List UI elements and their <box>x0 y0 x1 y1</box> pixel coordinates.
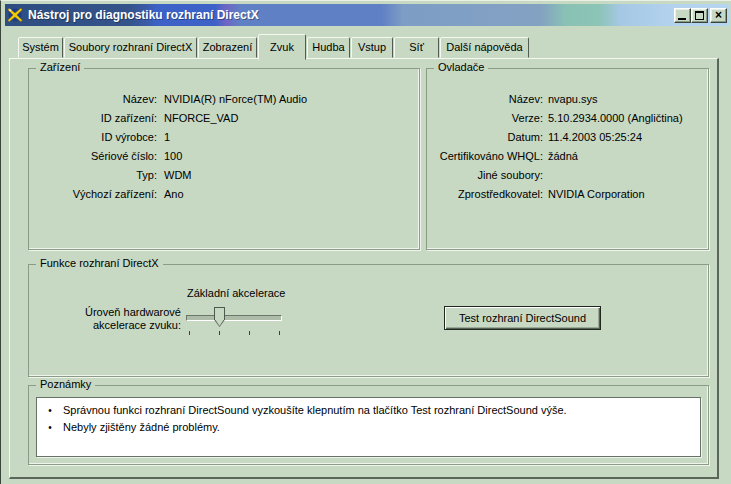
driver-row-provider: Zprostředkovatel: NVIDIA Corporation <box>427 184 708 203</box>
maximize-icon <box>695 11 704 20</box>
sound-tab-page: Zařízení Název: NVIDIA(R) nForce(TM) Aud… <box>9 58 719 479</box>
driver-row-other-files: Jiné soubory: <box>427 165 708 184</box>
field-value: žádná <box>548 150 708 162</box>
tab-more-help[interactable]: Další nápověda <box>440 37 529 58</box>
notes-groupbox: Poznámky • Správnou funkci rozhraní Dire… <box>28 385 709 465</box>
tab-system[interactable]: Systém <box>18 37 63 58</box>
bullet-icon: • <box>37 419 63 436</box>
features-groupbox: Funkce rozhraní DirectX Úroveň hardwarov… <box>28 264 709 377</box>
tab-input[interactable]: Vstup <box>351 37 393 58</box>
field-label: ID zařízení: <box>37 112 157 124</box>
field-value: 100 <box>164 150 419 162</box>
minimize-button[interactable] <box>674 8 691 23</box>
slider-value-caption: Základní akcelerace <box>187 287 285 299</box>
tab-bar: Systém Soubory rozhraní DirectX Zobrazen… <box>18 34 530 58</box>
field-label: Verze: <box>433 112 543 124</box>
note-text: Správnou funkci rozhraní DirectSound vyz… <box>63 402 567 419</box>
field-value: WDM <box>164 169 419 181</box>
field-value: 1 <box>164 131 419 143</box>
hw-acceleration-label: Úroveň hardwarové akcelerace zvuku: <box>45 306 181 332</box>
device-row-vendor-id: ID výrobce: 1 <box>29 127 419 146</box>
field-label: Zprostředkovatel: <box>433 188 543 200</box>
drivers-groupbox-title: Ovladače <box>434 61 488 73</box>
device-row-type: Typ: WDM <box>29 165 419 184</box>
close-button[interactable]: × <box>710 8 727 23</box>
acceleration-slider-track[interactable] <box>186 315 282 321</box>
acceleration-slider-thumb[interactable] <box>214 307 225 327</box>
slider-tick <box>219 331 220 335</box>
device-row-name: Název: NVIDIA(R) nForce(TM) Audio <box>29 89 419 108</box>
tab-music[interactable]: Hudba <box>307 37 350 58</box>
device-fields: Název: NVIDIA(R) nForce(TM) Audio ID zař… <box>29 89 419 203</box>
device-row-device-id: ID zařízení: NFORCE_VAD <box>29 108 419 127</box>
dxdiag-window: Nástroj pro diagnostiku rozhraní DirectX… <box>0 0 731 484</box>
field-value: 11.4.2003 05:25:24 <box>548 131 708 143</box>
driver-row-name: Název: nvapu.sys <box>427 89 708 108</box>
window-controls: × <box>674 8 727 23</box>
tab-network[interactable]: Síť <box>394 37 439 58</box>
tab-sound[interactable]: Zvuk <box>258 34 306 60</box>
bullet-icon: • <box>37 402 63 419</box>
device-row-default: Výchozí zařízení: Ano <box>29 184 419 203</box>
note-item: • Nebyly zjištěny žádné problémy. <box>37 419 700 436</box>
drivers-groupbox: Ovladače Název: nvapu.sys Verze: 5.10.29… <box>426 68 709 250</box>
slider-tick <box>249 331 250 335</box>
device-row-serial: Sériové číslo: 100 <box>29 146 419 165</box>
field-label: ID výrobce: <box>37 131 157 143</box>
field-value: NVIDIA Corporation <box>548 188 708 200</box>
driver-row-date: Datum: 11.4.2003 05:25:24 <box>427 127 708 146</box>
driver-row-whql: Certifikováno WHQL: žádná <box>427 146 708 165</box>
field-label: Název: <box>433 93 543 105</box>
tab-display[interactable]: Zobrazení <box>198 37 257 58</box>
field-label: Datum: <box>433 131 543 143</box>
note-item: • Správnou funkci rozhraní DirectSound v… <box>37 402 700 419</box>
tab-directx-files[interactable]: Soubory rozhraní DirectX <box>64 37 197 58</box>
field-value: 5.10.2934.0000 (Angličtina) <box>548 112 708 124</box>
slider-tick <box>279 331 280 335</box>
directx-app-icon[interactable] <box>7 7 23 23</box>
field-value: Ano <box>164 188 419 200</box>
device-groupbox: Zařízení Název: NVIDIA(R) nForce(TM) Aud… <box>28 68 420 250</box>
field-label: Certifikováno WHQL: <box>433 150 543 162</box>
window-title: Nástroj pro diagnostiku rozhraní DirectX <box>28 8 259 22</box>
field-label: Sériové číslo: <box>37 150 157 162</box>
field-label: Výchozí zařízení: <box>37 188 157 200</box>
titlebar[interactable]: Nástroj pro diagnostiku rozhraní DirectX… <box>5 4 729 26</box>
driver-row-version: Verze: 5.10.2934.0000 (Angličtina) <box>427 108 708 127</box>
field-value: nvapu.sys <box>548 93 708 105</box>
field-label: Název: <box>37 93 157 105</box>
notes-listbox: • Správnou funkci rozhraní DirectSound v… <box>36 397 701 457</box>
note-text: Nebyly zjištěny žádné problémy. <box>63 419 220 436</box>
field-value: NVIDIA(R) nForce(TM) Audio <box>164 93 419 105</box>
close-icon: × <box>711 9 726 22</box>
maximize-button[interactable] <box>691 8 708 23</box>
notes-groupbox-title: Poznámky <box>36 378 95 390</box>
features-groupbox-title: Funkce rozhraní DirectX <box>36 257 163 269</box>
minimize-icon <box>678 18 686 20</box>
device-groupbox-title: Zařízení <box>36 61 84 73</box>
test-directsound-button[interactable]: Test rozhraní DirectSound <box>444 306 601 330</box>
slider-tick <box>189 331 190 335</box>
drivers-fields: Název: nvapu.sys Verze: 5.10.2934.0000 (… <box>427 89 708 203</box>
field-label: Jiné soubory: <box>433 169 543 181</box>
field-label: Typ: <box>37 169 157 181</box>
field-value: NFORCE_VAD <box>164 112 419 124</box>
